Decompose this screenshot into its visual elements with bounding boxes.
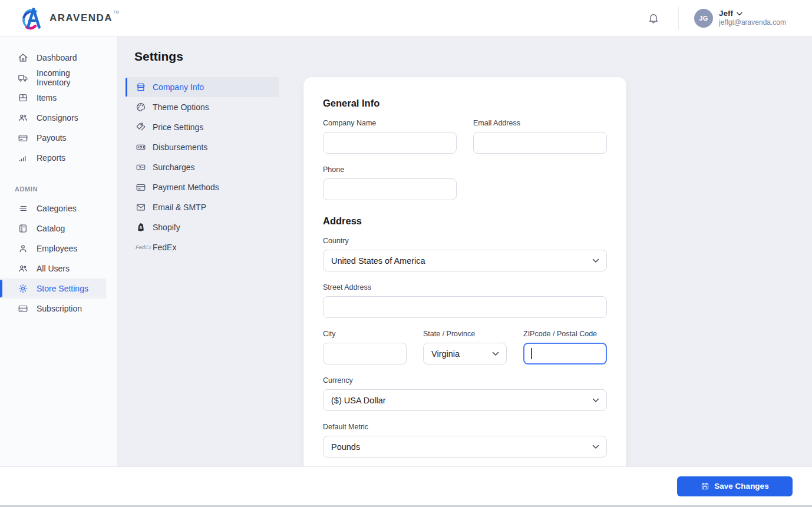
currency-select[interactable]: ($) USA Dollar (323, 389, 607, 411)
sidebar-item-label: Employees (37, 244, 77, 253)
banknote-icon (136, 142, 146, 153)
settings-nav-disbursements[interactable]: Disbursements (126, 137, 279, 157)
save-changes-button[interactable]: Save Changes (677, 476, 793, 496)
sidebar-item-items[interactable]: Items (0, 88, 106, 108)
credit-card-icon (136, 182, 146, 193)
settings-nav-label: Disbursements (153, 143, 207, 152)
logo-tm: TM (113, 10, 119, 14)
home-icon (18, 52, 28, 63)
header-divider (678, 7, 679, 29)
email-address-label: Email Address (473, 119, 607, 127)
users-icon (18, 112, 28, 123)
sidebar-item-label: Store Settings (37, 284, 88, 293)
country-select[interactable]: United States of America (323, 250, 607, 271)
tags-icon (136, 122, 146, 132)
sidebar-item-label: Payouts (37, 133, 67, 143)
logo-text: ARAVENDA (49, 12, 113, 24)
sidebar-item-label: Incoming Inventory (37, 68, 106, 87)
list-icon (18, 203, 28, 214)
settings-nav-company-info[interactable]: Company Info (126, 77, 279, 97)
action-bar: Save Changes (0, 466, 812, 505)
state-select[interactable]: Virginia (423, 343, 507, 364)
settings-nav-payment-methods[interactable]: Payment Methods (126, 177, 279, 197)
logo-wordmark: ARAVENDATM (49, 12, 119, 24)
avatar: JG (694, 9, 713, 28)
state-label: State / Province (423, 330, 507, 338)
settings-nav-fedex[interactable]: FedEx FedEx (126, 237, 279, 257)
bar-chart-icon (18, 153, 28, 163)
sidebar-item-subscription[interactable]: Subscription (0, 299, 106, 319)
country-label: Country (323, 237, 607, 245)
book-icon (18, 223, 28, 234)
address-heading: Address (323, 216, 607, 227)
sidebar-item-categories[interactable]: Categories (0, 198, 106, 218)
credit-card-icon (18, 132, 28, 143)
city-label: City (323, 330, 407, 338)
company-name-label: Company Name (323, 119, 457, 127)
company-name-field[interactable] (323, 132, 457, 154)
sidebar-item-reports[interactable]: Reports (0, 148, 106, 168)
currency-label: Currency (323, 376, 607, 385)
settings-nav-label: Surcharges (153, 163, 195, 172)
svg-text:S: S (140, 226, 142, 230)
admin-section-label: ADMIN (0, 185, 117, 193)
street-address-field[interactable] (323, 296, 607, 318)
settings-nav-shopify[interactable]: S Shopify (126, 217, 279, 237)
sidebar-item-store-settings[interactable]: Store Settings (0, 279, 106, 299)
sidebar-item-consignors[interactable]: Consignors (0, 108, 106, 128)
settings-nav: Company Info Theme Options Price Setting… (126, 77, 279, 257)
sidebar-item-payouts[interactable]: Payouts (0, 128, 106, 148)
email-address-field[interactable] (473, 132, 607, 154)
gear-icon (18, 283, 28, 294)
user-email: jeffgt@aravenda.com (719, 18, 786, 27)
city-field[interactable] (323, 343, 407, 364)
settings-nav-label: Theme Options (153, 102, 209, 112)
header-right: JG Jeff jeffgt@aravenda.com (644, 7, 786, 29)
sidebar: Dashboard Incoming Inventory Items Consi… (0, 37, 118, 466)
sidebar-item-incoming-inventory[interactable]: Incoming Inventory (0, 68, 106, 88)
zipcode-label: ZIPcode / Postal Code (523, 330, 607, 338)
users-icon (18, 263, 28, 274)
sidebar-item-all-users[interactable]: All Users (0, 259, 106, 279)
zipcode-field[interactable] (523, 343, 607, 364)
settings-nav-email-smtp[interactable]: Email & SMTP (126, 197, 279, 217)
page: ARAVENDATM JG Jeff (0, 0, 812, 507)
sidebar-item-label: Items (37, 93, 57, 102)
main-content: Settings Company Info Theme Options Pric… (118, 37, 812, 466)
phone-field[interactable] (323, 178, 457, 200)
notifications-button[interactable] (644, 9, 663, 28)
settings-nav-surcharges[interactable]: $ Surcharges (126, 157, 279, 177)
phone-label: Phone (323, 165, 457, 174)
default-metric-select[interactable]: Pounds (323, 436, 607, 458)
svg-text:$: $ (139, 165, 141, 169)
fedex-icon: FedEx (136, 244, 146, 250)
sidebar-item-dashboard[interactable]: Dashboard (0, 48, 106, 68)
box-icon (18, 92, 28, 103)
settings-nav-label: Company Info (153, 82, 204, 92)
aravenda-logo: ARAVENDATM (20, 6, 119, 31)
sidebar-item-label: Subscription (37, 304, 82, 313)
settings-nav-label: Email & SMTP (153, 203, 206, 212)
settings-nav-price-settings[interactable]: Price Settings (126, 117, 279, 137)
settings-nav-label: Price Settings (153, 122, 203, 132)
user-menu[interactable]: JG Jeff jeffgt@aravenda.com (694, 9, 786, 28)
sidebar-item-label: Catalog (37, 224, 65, 233)
palette-icon (136, 102, 146, 112)
sidebar-item-catalog[interactable]: Catalog (0, 218, 106, 238)
save-changes-label: Save Changes (714, 482, 768, 491)
default-metric-label: Default Metric (323, 423, 607, 431)
save-icon (701, 482, 709, 491)
settings-nav-theme-options[interactable]: Theme Options (126, 97, 279, 117)
aravenda-logo-icon (20, 6, 45, 31)
sidebar-item-employees[interactable]: Employees (0, 238, 106, 259)
storefront-icon (136, 82, 146, 92)
body: Dashboard Incoming Inventory Items Consi… (0, 37, 812, 466)
credit-card-icon (18, 303, 28, 314)
sidebar-item-label: Consignors (37, 113, 78, 122)
user-icon (18, 243, 28, 254)
page-title: Settings (134, 49, 812, 64)
user-name: Jeff (719, 9, 733, 19)
sidebar-item-label: Dashboard (37, 53, 77, 62)
settings-nav-label: FedEx (153, 243, 176, 252)
app-header: ARAVENDATM JG Jeff (0, 0, 812, 37)
